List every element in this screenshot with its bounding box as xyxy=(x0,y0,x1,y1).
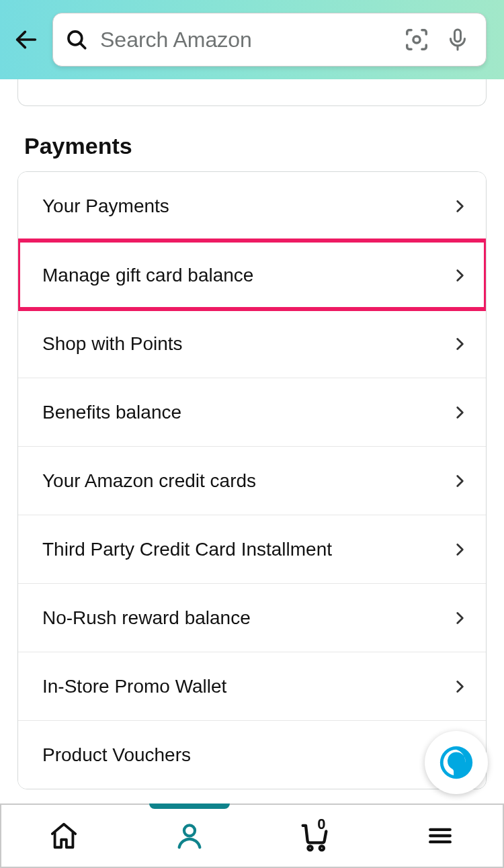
cart-icon xyxy=(297,818,332,853)
nav-home[interactable] xyxy=(1,805,127,867)
nav-account[interactable] xyxy=(127,805,253,867)
payments-item-label: No-Rush reward balance xyxy=(42,607,251,629)
microphone-icon[interactable] xyxy=(446,28,470,52)
alexa-fab[interactable] xyxy=(425,731,488,794)
payments-item-0[interactable]: Your Payments xyxy=(18,172,486,241)
chevron-right-icon xyxy=(451,404,468,421)
svg-point-7 xyxy=(184,825,195,836)
payments-item-6[interactable]: No-Rush reward balance xyxy=(18,583,486,652)
svg-rect-4 xyxy=(455,30,461,42)
camera-scan-icon[interactable] xyxy=(404,27,429,52)
payments-item-5[interactable]: Third Party Credit Card Installment xyxy=(18,515,486,583)
payments-item-label: Benefits balance xyxy=(42,402,181,423)
payments-item-1[interactable]: Manage gift card balance xyxy=(18,241,486,309)
arrow-left-icon xyxy=(13,26,40,53)
payments-item-7[interactable]: In-Store Promo Wallet xyxy=(18,652,486,720)
svg-point-8 xyxy=(308,846,312,850)
payments-item-2[interactable]: Shop with Points xyxy=(18,309,486,378)
payments-item-label: Product Vouchers xyxy=(42,744,191,766)
bottom-nav: 0 xyxy=(0,804,504,868)
chevron-right-icon xyxy=(451,335,468,353)
chevron-right-icon xyxy=(451,678,468,695)
chevron-right-icon xyxy=(451,541,468,558)
alexa-icon xyxy=(437,743,476,782)
payments-list: Your PaymentsManage gift card balanceSho… xyxy=(17,171,487,789)
payments-item-label: In-Store Promo Wallet xyxy=(42,676,226,697)
chevron-right-icon xyxy=(451,198,468,215)
cart-count-badge: 0 xyxy=(317,816,325,833)
chevron-right-icon xyxy=(451,472,468,490)
search-box[interactable] xyxy=(52,13,487,67)
payments-item-label: Your Amazon credit cards xyxy=(42,470,256,492)
payments-item-label: Your Payments xyxy=(42,196,169,217)
svg-point-3 xyxy=(413,36,420,43)
back-button[interactable] xyxy=(0,0,52,79)
section-title-payments: Payments xyxy=(24,133,487,159)
payments-item-3[interactable]: Benefits balance xyxy=(18,378,486,446)
hamburger-icon xyxy=(425,821,455,851)
chevron-right-icon xyxy=(451,267,468,284)
payments-item-label: Manage gift card balance xyxy=(42,265,253,286)
nav-menu[interactable] xyxy=(378,805,503,867)
svg-line-2 xyxy=(81,44,85,48)
user-icon xyxy=(174,820,205,851)
home-icon xyxy=(48,820,79,851)
chevron-right-icon xyxy=(451,609,468,627)
payments-item-8[interactable]: Product Vouchers xyxy=(18,720,486,789)
payments-item-4[interactable]: Your Amazon credit cards xyxy=(18,446,486,515)
previous-card-bottom xyxy=(17,79,487,106)
nav-cart[interactable]: 0 xyxy=(252,805,378,867)
app-header xyxy=(0,0,504,79)
payments-item-label: Shop with Points xyxy=(42,333,183,355)
search-input[interactable] xyxy=(100,28,396,52)
search-icon xyxy=(65,28,88,51)
payments-item-label: Third Party Credit Card Installment xyxy=(42,539,332,560)
svg-point-9 xyxy=(320,846,324,850)
main-content: Payments Your PaymentsManage gift card b… xyxy=(0,79,504,789)
